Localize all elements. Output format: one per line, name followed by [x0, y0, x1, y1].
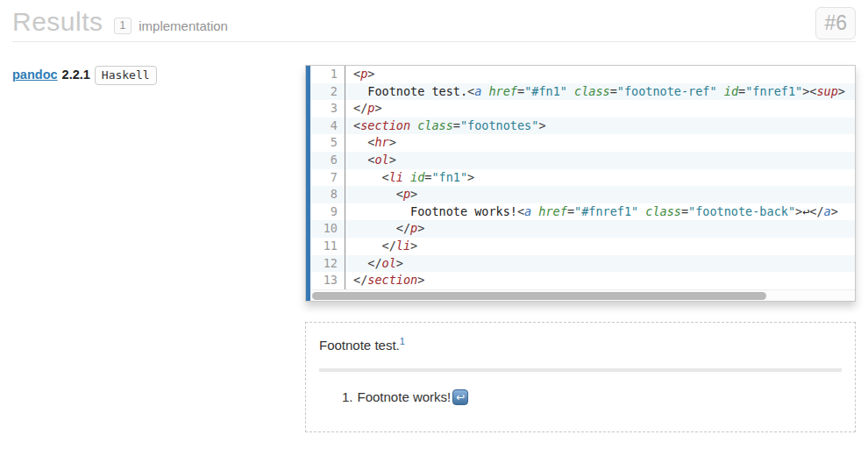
- code-line: 9 Footnote works!<a href="#fnref1" class…: [310, 203, 855, 221]
- code-line: 13</section>: [310, 272, 855, 289]
- line-number: 2: [310, 83, 345, 101]
- code-text: <li id="fn1">: [345, 169, 855, 187]
- implementation-count-label: implementation: [139, 18, 228, 33]
- code-text: </p>: [345, 100, 855, 118]
- implementation-version: 2.2.1: [62, 68, 90, 82]
- code-text: </section>: [345, 272, 855, 289]
- code-text: </li>: [345, 238, 855, 255]
- footnote-divider: [319, 368, 842, 372]
- line-number: 4: [310, 118, 345, 135]
- html-output-panel: 1<p>2 Footnote test.<a href="#fn1" class…: [305, 65, 856, 302]
- return-arrow-icon[interactable]: ↩: [452, 389, 468, 405]
- code-line: 3</p>: [310, 100, 855, 118]
- code-line: 1<p>: [310, 66, 855, 83]
- preview-paragraph-text: Footnote test.: [319, 338, 400, 353]
- header-divider: [12, 41, 856, 42]
- implementation-language-badge: Haskell: [95, 66, 157, 85]
- list-item-marker: 1.: [342, 389, 353, 404]
- implementation-count-badge: 1: [114, 18, 132, 34]
- code-line: 11 </li>: [310, 238, 855, 255]
- line-number: 11: [310, 238, 345, 255]
- code-line: 2 Footnote test.<a href="#fn1" class="fo…: [310, 83, 855, 101]
- line-number: 6: [310, 152, 345, 169]
- code-line: 7 <li id="fn1">: [310, 169, 855, 187]
- line-number: 13: [310, 272, 345, 289]
- line-number: 3: [310, 100, 345, 118]
- line-number: 8: [310, 186, 345, 203]
- code-text: Footnote works!<a href="#fnref1" class="…: [345, 203, 855, 221]
- scrollbar-thumb[interactable]: [312, 292, 766, 300]
- line-number: 10: [310, 220, 345, 238]
- code-line: 5 <hr>: [310, 134, 855, 152]
- preview-paragraph: Footnote test.1: [319, 338, 842, 353]
- header: Results 1 implementation #6: [12, 7, 856, 39]
- code-lines: 1<p>2 Footnote test.<a href="#fn1" class…: [310, 66, 855, 289]
- implementation-column: pandoc2.2.1Haskell: [12, 65, 305, 82]
- main-content: pandoc2.2.1Haskell 1<p>2 Footnote test.<…: [12, 65, 856, 432]
- code-text: <p>: [345, 66, 855, 83]
- horizontal-scrollbar[interactable]: [310, 289, 855, 301]
- title-group: Results 1 implementation: [12, 7, 228, 37]
- code-text: <hr>: [345, 134, 855, 152]
- code-text: <ol>: [345, 152, 855, 169]
- code-text: </p>: [345, 220, 855, 238]
- code-text: <section class="footnotes">: [345, 118, 855, 135]
- footnote-list-item: 1.Footnote works!↩: [342, 389, 842, 405]
- implementation-info: pandoc2.2.1Haskell: [12, 68, 157, 82]
- page-title: Results: [12, 7, 103, 37]
- code-text: Footnote test.<a href="#fn1" class="foot…: [345, 83, 855, 101]
- code-line: 8 <p>: [310, 186, 855, 203]
- line-number: 7: [310, 169, 345, 187]
- implementation-link[interactable]: pandoc: [12, 68, 58, 82]
- line-number: 9: [310, 203, 345, 221]
- code-line: 10 </p>: [310, 220, 855, 238]
- footnote-list: 1.Footnote works!↩: [319, 389, 842, 405]
- footnote-text: Footnote works!: [358, 389, 452, 404]
- code-line: 12 </ol>: [310, 255, 855, 273]
- results-page: Results 1 implementation #6 pandoc2.2.1H…: [0, 0, 868, 432]
- result-number-badge[interactable]: #6: [815, 7, 856, 39]
- line-number: 5: [310, 134, 345, 152]
- rendered-preview-panel: Footnote test.1 1.Footnote works!↩: [305, 322, 856, 432]
- code-area: 1<p>2 Footnote test.<a href="#fn1" class…: [310, 66, 855, 301]
- code-line: 6 <ol>: [310, 152, 855, 169]
- code-text: <p>: [345, 186, 855, 203]
- line-number: 1: [310, 66, 345, 83]
- footnote-ref-link[interactable]: 1: [400, 336, 405, 346]
- code-line: 4<section class="footnotes">: [310, 118, 855, 135]
- code-text: </ol>: [345, 255, 855, 273]
- line-number: 12: [310, 255, 345, 273]
- result-column: 1<p>2 Footnote test.<a href="#fn1" class…: [305, 65, 856, 432]
